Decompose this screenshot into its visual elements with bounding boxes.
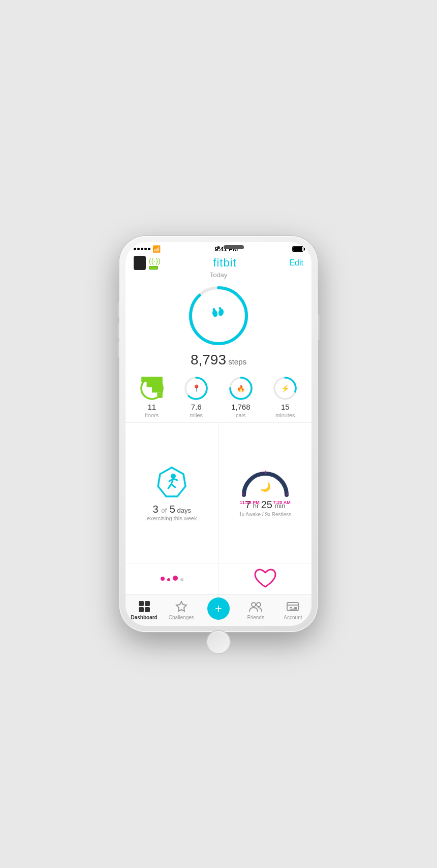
metrics-row: 11 floors 📍 7.6 miles (126, 372, 311, 423)
metric-miles[interactable]: 📍 7.6 miles (183, 375, 209, 418)
device-signals: ((·)) (149, 257, 161, 270)
svg-marker-33 (176, 602, 186, 611)
miles-ring: 📍 (183, 375, 209, 402)
heartrate-row (126, 563, 311, 594)
svg-rect-8 (157, 392, 162, 397)
exercise-sub: exercising this week (147, 515, 197, 521)
svg-point-2 (211, 309, 218, 317)
miles-icon: 📍 (192, 384, 201, 392)
sleep-sub: 1x Awake / 9x Restless (239, 512, 291, 517)
svg-text:🌙: 🌙 (260, 481, 271, 492)
steps-unit: steps (228, 357, 246, 366)
cals-label: cals (236, 412, 246, 418)
metric-floors[interactable]: 11 floors (139, 375, 165, 418)
plus-button[interactable]: + (207, 597, 230, 620)
tab-bar: Dashboard Challenges + (126, 594, 311, 626)
friends-icon (248, 599, 263, 614)
minutes-label: minutes (275, 412, 295, 418)
dots-indicator (161, 576, 183, 581)
sleep-start-time: 11:43 PM (240, 500, 260, 505)
tab-friends[interactable]: Friends (237, 599, 274, 620)
fitbit-device-icon (134, 256, 146, 270)
home-button[interactable] (207, 631, 230, 653)
floors-icon (139, 374, 165, 403)
svg-rect-9 (152, 387, 163, 392)
heart-icon (253, 567, 278, 590)
account-icon (286, 599, 300, 614)
wifi-icon: 📶 (152, 245, 161, 253)
dashboard-label: Dashboard (131, 615, 157, 620)
panels-row: 3 of 5 days exercising this week (126, 423, 311, 563)
status-time: 9:41 PM (215, 246, 238, 253)
device-info: ((·)) (134, 256, 161, 270)
miles-label: miles (190, 412, 203, 418)
sleep-end-time: 7:20 AM (273, 500, 291, 505)
sleep-panel[interactable]: 🌙 11:43 PM 7:20 AM 7 hr 25 min 1x Awake … (219, 423, 312, 563)
miles-value: 7.6 (191, 403, 202, 411)
device-battery (149, 266, 158, 270)
account-label: Account (284, 615, 302, 620)
tab-plus[interactable]: + (200, 597, 237, 622)
tab-challenges[interactable]: Challenges (163, 599, 200, 620)
minutes-ring: ⚡ (272, 375, 298, 402)
minutes-icon: ⚡ (281, 384, 290, 392)
svg-point-35 (257, 603, 261, 607)
cals-value: 1,768 (231, 403, 251, 411)
exercise-panel[interactable]: 3 of 5 days exercising this week (126, 423, 219, 563)
svg-point-5 (219, 307, 222, 310)
svg-line-21 (168, 484, 171, 488)
steps-ring (185, 283, 252, 349)
home-button-area (126, 626, 311, 660)
dot-4 (180, 578, 183, 581)
tab-dashboard[interactable]: Dashboard (126, 599, 163, 620)
app-title: fitbit (213, 256, 236, 270)
dot-1 (161, 577, 165, 581)
friends-label: Friends (247, 615, 264, 620)
svg-rect-32 (145, 607, 150, 612)
status-right (292, 246, 303, 252)
sleep-times: 11:43 PM 7:20 AM (240, 500, 291, 505)
status-left: 📶 (134, 245, 161, 253)
exercise-text: 3 of 5 days exercising this week (147, 504, 197, 521)
phone-screen: 📶 9:41 PM ((·)) fitbit Edit Today (126, 242, 311, 626)
svg-rect-10 (146, 382, 162, 387)
svg-point-4 (213, 308, 215, 311)
challenges-label: Challenges (169, 615, 194, 620)
svg-point-3 (217, 308, 224, 316)
sleep-gauge: 🌙 11:43 PM 7:20 AM (240, 469, 291, 497)
svg-rect-30 (145, 601, 150, 606)
dot-2 (167, 578, 170, 581)
exercise-count: 3 of 5 days (147, 504, 197, 515)
sync-icon: ((·)) (149, 257, 161, 265)
floors-ring (139, 375, 165, 402)
dot-3 (173, 576, 178, 581)
svg-rect-11 (141, 377, 163, 382)
steps-section[interactable]: 8,793 steps (126, 281, 311, 372)
svg-line-24 (173, 479, 177, 480)
battery-icon (292, 246, 303, 252)
dashboard-icon (137, 599, 151, 614)
steps-footprint-icon (209, 305, 228, 327)
heartrate-heart (219, 563, 312, 594)
challenges-icon (174, 599, 189, 614)
tab-account[interactable]: Account (274, 599, 311, 620)
steps-number: 8,793 (191, 352, 226, 368)
svg-rect-40 (294, 607, 297, 610)
steps-count: 8,793 steps (191, 352, 246, 368)
metric-minutes[interactable]: ⚡ 15 minutes (272, 375, 298, 418)
edit-button[interactable]: Edit (289, 258, 303, 268)
svg-rect-31 (139, 607, 144, 612)
svg-point-34 (252, 603, 256, 607)
cals-ring: 🔥 (228, 375, 254, 402)
today-label: Today (126, 271, 311, 281)
phone-device: 📶 9:41 PM ((·)) fitbit Edit Today (119, 236, 318, 632)
floors-value: 11 (147, 403, 156, 411)
minutes-value: 15 (281, 403, 290, 411)
heartrate-dots (126, 563, 219, 594)
app-header: ((·)) fitbit Edit (126, 254, 311, 271)
exercise-icon (154, 465, 190, 500)
signal-bars (134, 248, 150, 250)
metric-cals[interactable]: 🔥 1,768 cals (228, 375, 254, 418)
exercise-current: 3 of 5 days (153, 507, 191, 514)
svg-line-22 (171, 484, 175, 487)
